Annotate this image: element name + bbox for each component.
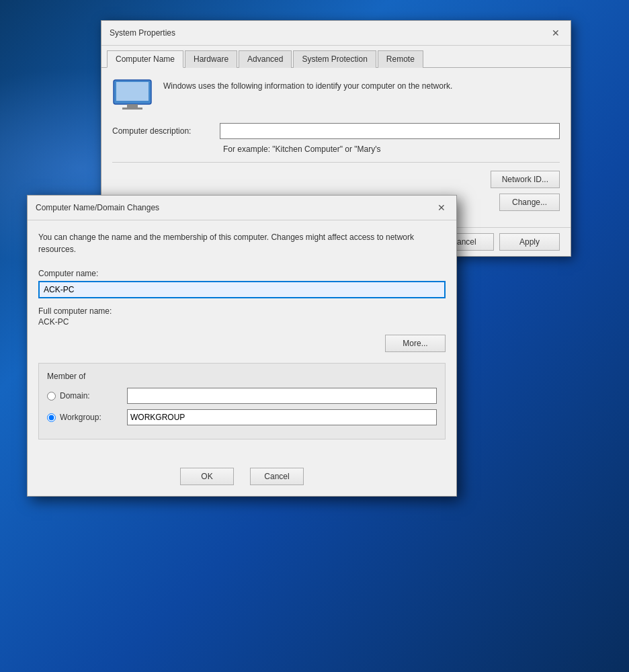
computer-description-label: Computer description: — [112, 126, 220, 136]
full-computer-name-label: Full computer name: — [38, 306, 446, 316]
divider-1 — [112, 162, 560, 163]
domain-input[interactable] — [127, 388, 437, 404]
workgroup-radio[interactable] — [47, 413, 56, 422]
tab-advanced[interactable]: Advanced — [239, 50, 292, 68]
more-button-row: More... — [38, 335, 446, 352]
info-row: Windows uses the following information t… — [112, 79, 560, 112]
computer-name-field-group: Computer name: — [38, 269, 446, 306]
workgroup-input[interactable] — [127, 409, 437, 425]
example-text: For example: "Kitchen Computer" or "Mary… — [223, 144, 560, 154]
monitor-icon — [112, 79, 153, 112]
system-properties-close-button[interactable]: ✕ — [549, 26, 562, 40]
domain-changes-titlebar: Computer Name/Domain Changes ✕ — [28, 196, 456, 220]
dialog-bottom-bar: OK Cancel — [28, 461, 456, 496]
domain-radio[interactable] — [47, 392, 56, 401]
computer-name-label: Computer name: — [38, 269, 446, 278]
change-button[interactable]: Change... — [499, 194, 560, 211]
info-text: Windows uses the following information t… — [163, 79, 452, 91]
domain-changes-title: Computer Name/Domain Changes — [36, 203, 159, 212]
tab-remote[interactable]: Remote — [378, 50, 423, 68]
sp-apply-button[interactable]: Apply — [499, 233, 560, 251]
more-button[interactable]: More... — [385, 335, 446, 352]
domain-changes-close-button[interactable]: ✕ — [435, 201, 448, 214]
tab-bar: Computer Name Hardware Advanced System P… — [101, 46, 571, 68]
svg-rect-3 — [122, 108, 142, 110]
member-of-title: Member of — [47, 372, 437, 381]
network-id-button[interactable]: Network ID... — [491, 171, 560, 188]
domain-changes-dialog: Computer Name/Domain Changes ✕ You can c… — [27, 195, 457, 497]
workgroup-radio-row: Workgroup: — [47, 409, 437, 425]
workgroup-radio-label: Workgroup: — [60, 413, 127, 422]
system-properties-titlebar: System Properties ✕ — [101, 21, 571, 46]
domain-changes-content: You can change the name and the membersh… — [28, 220, 456, 461]
svg-rect-2 — [127, 104, 138, 108]
tab-hardware[interactable]: Hardware — [185, 50, 237, 68]
member-of-box: Member of Domain: Workgroup: — [38, 363, 446, 439]
system-properties-title: System Properties — [110, 28, 175, 38]
dialog-cancel-button[interactable]: Cancel — [250, 468, 304, 485]
computer-description-row: Computer description: — [112, 123, 560, 139]
domain-changes-info: You can change the name and the membersh… — [38, 231, 446, 255]
domain-radio-row: Domain: — [47, 388, 437, 404]
full-computer-name-value: ACK-PC — [38, 317, 446, 327]
tab-computer-name[interactable]: Computer Name — [107, 50, 183, 68]
svg-rect-1 — [116, 82, 149, 101]
computer-name-input[interactable] — [38, 281, 446, 298]
network-change-buttons: Network ID... — [112, 171, 560, 188]
tab-system-protection[interactable]: System Protection — [293, 50, 376, 68]
computer-description-input[interactable] — [220, 123, 560, 139]
dialog-ok-button[interactable]: OK — [180, 468, 234, 485]
domain-radio-label: Domain: — [60, 391, 127, 401]
